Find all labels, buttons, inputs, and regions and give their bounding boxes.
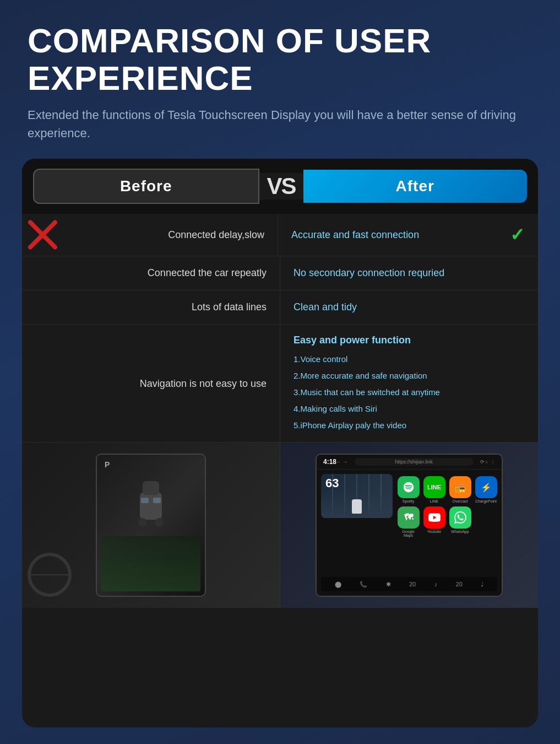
menu-icon: ⋮ [491,460,495,465]
svg-rect-7 [153,498,161,503]
after-cell-3: Clean and tidy [280,290,538,324]
after-label: After [303,170,528,203]
bottom-icon-5: ♪ [434,581,438,587]
after-cell-4: Easy and power function 1.Voice control … [280,325,538,442]
app-cell-overcast[interactable]: 📻 Overcast [449,476,471,503]
page-wrapper: COMPARISON OF USER EXPERIENCE Extended t… [0,0,560,744]
before-cell-2: Connected the car repeatly [22,256,280,290]
app-cell-spotify[interactable]: Spotify [397,476,420,503]
nav-item-3: 3.Music that can be switched at anytime [293,386,440,399]
app-cell-line[interactable]: LINE LINE [423,476,445,503]
app-cell-chargepoint[interactable]: ⚡ ChargePoint [475,476,497,503]
maps-icon: 🗺 [398,506,420,529]
bottom-icon-3: ✱ [386,581,391,588]
bottom-icon-6: 20 [456,581,463,587]
app-cell-whatsapp[interactable]: WhatsApp [449,506,471,537]
images-row: P [22,443,538,608]
share-icon: ☆ [485,460,488,465]
before-cell-3: Lots of data lines [22,290,280,324]
comparison-row-3: Lots of data lines Clean and tidy [22,290,538,325]
after-cell-1: Accurate and fast connection ✓ [278,214,538,256]
app-cell-youtube[interactable]: Youtube [423,506,445,537]
nav-item-1: 1.Voice control [293,353,347,366]
nav-item-5: 5.iPhone Airplay paly the video [293,419,406,432]
overcast-label: Overcast [452,499,467,503]
chargepoint-label: ChargePoint [475,499,497,503]
nav-feature-title: Easy and power function [293,335,411,346]
svg-point-4 [138,518,147,527]
tesla-car-icon [101,470,200,536]
camera-view [101,536,200,591]
page-title: COMPARISON OF USER EXPERIENCE [28,22,532,97]
svg-rect-2 [140,492,162,520]
before-cell-1: Connected delay,slow [22,214,278,256]
tesla-screen-before: P [96,454,206,597]
url-icons: ← → [336,459,348,465]
carplay-time: 4:18 [323,458,336,466]
tesla-screen-inner: P [97,455,205,596]
camera-overlay [101,536,200,591]
line-label: LINE [430,499,439,503]
before-text-2: Connected the car repeatly [148,267,267,279]
before-text-1: Connected delay,slow [168,229,264,241]
spotify-label: Spotify [403,499,414,503]
before-text-3: Lots of data lines [192,301,267,313]
after-cell-2: No secondary connection requried [280,256,538,290]
comparison-row-2: Connected the car repeatly No secondary … [22,256,538,290]
youtube-icon [423,506,445,529]
carplay-main-area: 63 Spotify [321,474,497,540]
carplay-controls: ☆ ⋮ [485,460,495,465]
line-icon: LINE [423,476,445,498]
speed-display: 63 [325,476,339,490]
nav-item-2: 2.More accurate and safe navigation [293,369,427,382]
after-text-1: Accurate and fast connection [291,229,419,241]
bottom-icon-7: ♩ [481,581,483,588]
youtube-label: Youtube [427,530,441,533]
spotify-icon [398,476,420,498]
overcast-icon: 📻 [449,476,471,498]
chargepoint-icon: ⚡ [475,476,497,498]
carplay-url-text: https://shijian.link [355,458,474,466]
comparison-row-1: Connected delay,slow Accurate and fast c… [22,214,538,256]
carplay-body: 63 Spotify [317,470,502,596]
bottom-icon-4: 20 [409,581,416,587]
whatsapp-label: WhatsApp [451,530,469,533]
after-text-3: Clean and tidy [293,301,357,313]
nav-item-4: 4.Making calls with Siri [293,402,377,416]
app-cell-maps[interactable]: 🗺 Google Maps [397,506,420,537]
car-icon [352,499,362,514]
vs-header: Before VS After [22,159,538,214]
page-subtitle: Extended the functions of Tesla Touchscr… [28,106,532,142]
svg-point-5 [155,518,164,527]
before-cell-4: Navigation is not easy to use [22,325,280,442]
app-grid: Spotify LINE LINE [397,474,497,540]
x-mark-icon [28,220,58,250]
after-image: 4:18 ← → https://shijian.link ⟳ ☆ ⋮ [280,443,538,608]
tesla-p-label: P [101,459,200,470]
svg-rect-3 [143,481,159,495]
header-section: COMPARISON OF USER EXPERIENCE Extended t… [22,22,538,159]
carplay-screen: 4:18 ← → https://shijian.link ⟳ ☆ ⋮ [316,454,503,597]
after-text-2: No secondary connection requried [293,267,444,279]
comparison-card: Before VS After Connected delay,slow Acc… [22,159,538,727]
svg-rect-6 [141,498,149,503]
nav-preview: 63 [321,474,393,518]
before-image: P [22,443,280,608]
maps-label: Google Maps [397,530,420,537]
carplay-bottom-bar: ⬤ 📞 ✱ 20 ♪ 20 ♩ [321,577,497,591]
app-grid-container: Spotify LINE LINE [397,474,497,540]
carplay-header: 4:18 ← → https://shijian.link ⟳ ☆ ⋮ [317,455,502,470]
bottom-icon-1: ⬤ [335,581,341,588]
comparison-row-4: Navigation is not easy to use Easy and p… [22,325,538,443]
vs-badge: VS [259,173,303,200]
bottom-icon-2: 📞 [360,581,367,588]
before-text-4: Navigation is not easy to use [140,378,267,390]
before-label: Before [33,169,259,204]
whatsapp-icon [449,506,471,529]
reload-icon: ⟳ [480,459,485,465]
steering-wheel-icon [28,553,72,597]
carplay-url-bar: ← → https://shijian.link ⟳ [336,458,485,466]
check-mark-icon: ✓ [510,226,525,244]
